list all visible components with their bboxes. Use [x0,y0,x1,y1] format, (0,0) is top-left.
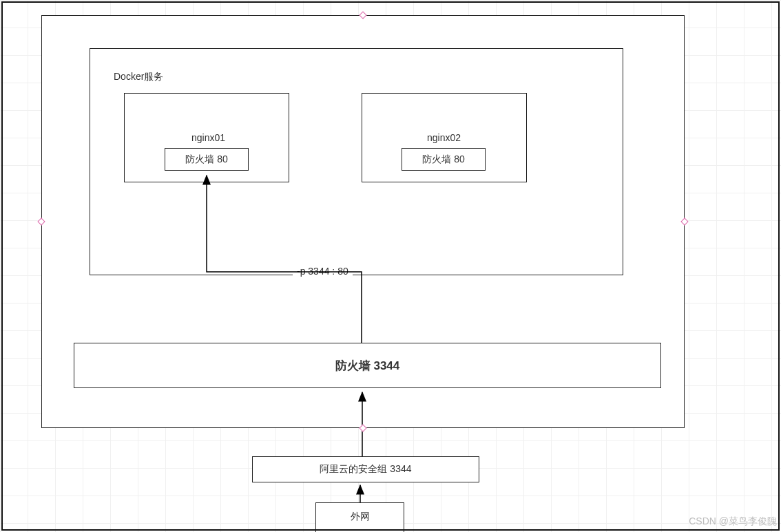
firewall-3344-label: 防火墙 3344 [335,358,400,374]
watermark: CSDN @菜鸟李俊隗 [689,515,777,528]
security-group-label: 阿里云的安全组 3344 [320,463,411,476]
external-network-box: 外网 [315,502,404,532]
nginx01-firewall-label: 防火墙 80 [185,153,227,166]
nginx01-firewall-box: 防火墙 80 [165,148,249,171]
port-mapping-label: -p 3344 : 80 [293,266,353,277]
external-network-label: 外网 [351,511,370,523]
nginx02-label: nginx02 [427,132,461,143]
nginx02-firewall-label: 防火墙 80 [422,153,464,166]
docker-service-label: Docker服务 [114,71,163,83]
nginx01-label: nginx01 [191,132,225,143]
diagram-canvas: Docker服务 nginx01 防火墙 80 nginx02 防火墙 80 -… [0,0,781,532]
nginx02-firewall-box: 防火墙 80 [402,148,486,171]
security-group-box: 阿里云的安全组 3344 [252,456,479,482]
firewall-3344-box: 防火墙 3344 [74,343,661,388]
